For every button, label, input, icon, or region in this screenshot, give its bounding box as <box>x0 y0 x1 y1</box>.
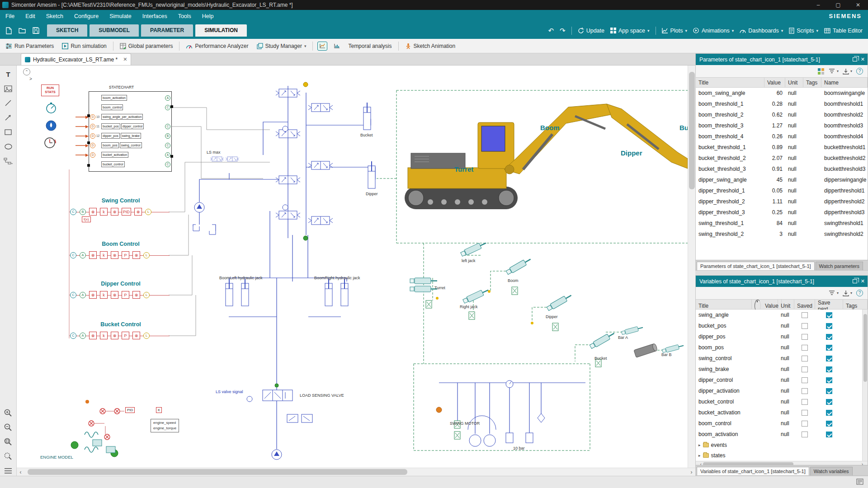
table-editor-button[interactable]: Table Editor <box>824 28 863 34</box>
tab-variables[interactable]: Variables of state_chart_icon_1 [statech… <box>697 467 809 475</box>
parameter-row[interactable]: boom_threshold_3 1.27 null boomthreshold… <box>696 120 868 131</box>
saved-checkbox[interactable] <box>802 323 808 329</box>
parameter-row[interactable]: bucket_threshold_2 2.07 null bucketthres… <box>696 153 868 164</box>
temporal-analysis-toggle[interactable] <box>317 42 327 51</box>
minimize-button[interactable]: – <box>808 0 828 10</box>
variable-row[interactable]: swing_control null <box>696 353 868 364</box>
sort-filter-icon[interactable] <box>829 68 835 75</box>
scrollbar-thumb[interactable] <box>863 314 867 382</box>
pin-l[interactable]: L <box>143 292 150 298</box>
statechart-input-pin[interactable]: D <box>90 124 95 129</box>
menu-item[interactable]: Sketch <box>41 11 69 22</box>
parameter-row[interactable]: swing_threshold_2 3 null swingthreshold2 <box>696 229 868 239</box>
variable-row[interactable]: swing_angle null <box>696 310 868 320</box>
statechart-output-pin[interactable]: C <box>165 124 170 129</box>
tab-parameter[interactable]: PARAMETER <box>141 24 193 37</box>
variables-panel-header[interactable]: Variables of state_chart_icon_1 [statech… <box>696 276 868 287</box>
multiply-icon[interactable]: ⊗ <box>111 291 118 299</box>
multiply-icon[interactable]: ⊗ <box>89 332 97 339</box>
statechart-output-pin[interactable]: A <box>165 95 170 101</box>
parameter-row[interactable]: boom_threshold_4 0.26 null boomthreshold… <box>696 131 868 142</box>
multiply-icon[interactable]: ⊗ <box>132 332 140 339</box>
variables-vertical-scrollbar[interactable] <box>862 310 868 461</box>
save-next-checkbox[interactable] <box>826 421 832 427</box>
zoom-out-tool-icon[interactable] <box>3 422 13 432</box>
multiply-icon[interactable]: ⊗ <box>89 208 97 216</box>
canvas-horizontal-scrollbar[interactable]: ‹ › <box>17 468 695 476</box>
ellipse-tool-icon[interactable] <box>3 141 13 151</box>
multiply-icon[interactable]: ⊗ <box>132 251 140 259</box>
statechart-output-pin[interactable]: A <box>165 152 170 158</box>
saved-checkbox[interactable] <box>802 432 808 437</box>
variable-row[interactable]: dipper_pos null <box>696 331 868 342</box>
gain-block[interactable]: k <box>100 251 108 259</box>
close-panel-icon[interactable]: ✕ <box>861 278 865 284</box>
hierarchy-tool-icon[interactable] <box>3 156 13 166</box>
save-next-checkbox[interactable] <box>826 410 832 416</box>
statechart-output-pin[interactable]: C <box>165 143 170 148</box>
multiply-icon[interactable]: ⊗ <box>132 291 140 299</box>
variable-folder-row[interactable]: ▸ events <box>696 440 868 450</box>
engine-signal-box[interactable]: engine_speed engine_torque <box>151 419 179 432</box>
save-next-checkbox[interactable] <box>826 312 832 318</box>
frequency-analysis-toggle[interactable] <box>332 42 342 51</box>
menu-item[interactable]: Simulate <box>104 11 137 22</box>
zoom-fit-tool-icon[interactable] <box>3 437 13 447</box>
bucket-control-block[interactable]: Bucket Control C A ⊗ k ⊗ P ⊗ L <box>68 321 173 339</box>
rectangle-tool-icon[interactable] <box>3 127 13 137</box>
help-icon[interactable]: ? <box>856 290 863 296</box>
status-list-icon[interactable] <box>856 479 863 486</box>
saved-checkbox[interactable] <box>802 334 808 340</box>
fx-block[interactable]: f(x) <box>82 216 91 222</box>
chevron-down-icon[interactable]: ▾ <box>837 291 839 295</box>
swing-control-block[interactable]: Swing Control C B ⊗ k ⊗ PID ⊗ L f(x) <box>68 197 173 216</box>
statechart-output-pin[interactable]: B <box>165 133 170 139</box>
parameters-column-header[interactable]: Title Value Unit Tags Name <box>696 77 868 88</box>
image-tool-icon[interactable] <box>3 84 13 94</box>
run-simulation-button[interactable]: Run simulation <box>60 42 108 51</box>
expand-icon[interactable]: ▸ <box>698 453 701 458</box>
tab-watch-parameters[interactable]: Watch parameters <box>816 262 863 270</box>
variable-folder-row[interactable]: ▸ states <box>696 450 868 460</box>
variable-row[interactable]: bucket_pos null <box>696 320 868 331</box>
gain-block[interactable]: k <box>100 291 108 299</box>
chevron-down-icon[interactable]: ▾ <box>837 69 839 73</box>
gain-block[interactable]: k <box>100 332 108 339</box>
update-button[interactable]: Update <box>578 28 604 34</box>
text-tool-icon[interactable]: T <box>3 69 13 79</box>
statechart-output-pin[interactable]: C <box>165 162 170 167</box>
controller-block[interactable]: P <box>122 251 129 259</box>
save-icon[interactable] <box>31 26 41 36</box>
pin-c[interactable]: C <box>70 209 76 215</box>
sort-filter-icon[interactable] <box>829 290 835 296</box>
gadget-icons[interactable] <box>45 103 56 148</box>
sketch-animation-button[interactable]: Sketch Animation <box>403 42 458 51</box>
export-icon[interactable] <box>843 290 849 296</box>
parameter-row[interactable]: swing_threshold_1 84 null swingthreshold… <box>696 218 868 229</box>
saved-checkbox[interactable] <box>802 410 808 416</box>
pin-a[interactable]: A <box>80 252 86 258</box>
save-next-checkbox[interactable] <box>826 334 832 340</box>
menu-item[interactable]: Help <box>197 11 219 22</box>
save-next-checkbox[interactable] <box>826 399 832 405</box>
save-next-checkbox[interactable] <box>826 366 832 372</box>
statechart-input-pin[interactable]: D <box>90 143 95 148</box>
help-icon[interactable]: ? <box>856 68 863 75</box>
saved-checkbox[interactable] <box>802 366 808 372</box>
app-space-button[interactable]: App space ▾ <box>610 28 650 34</box>
save-next-checkbox[interactable] <box>826 356 832 361</box>
multiply-icon[interactable]: ⊗ <box>134 208 142 216</box>
save-next-checkbox[interactable] <box>826 377 832 383</box>
saved-checkbox[interactable] <box>802 399 808 405</box>
parameter-row[interactable]: bucket_threshold_3 0.91 null bucketthres… <box>696 164 868 174</box>
pin-l[interactable]: L <box>143 252 150 258</box>
float-panel-icon[interactable] <box>853 279 857 283</box>
scripts-button[interactable]: Scripts ▾ <box>789 28 818 34</box>
boom-control-block[interactable]: Boom Control C A ⊗ k ⊗ P ⊗ L <box>68 241 173 259</box>
controller-block[interactable]: P <box>122 291 129 299</box>
multiply-icon[interactable]: ⊗ <box>111 251 118 259</box>
expand-icon[interactable]: ▸ <box>698 443 701 447</box>
parameter-row[interactable]: boom_threshold_1 0.28 null boomthreshold… <box>696 99 868 109</box>
parameter-row[interactable]: dipper_swing_angle 45 null dipperswingan… <box>696 174 868 185</box>
document-tab[interactable]: Hydraulic_Excavator_LS_RT.ame * ✕ <box>21 53 131 65</box>
